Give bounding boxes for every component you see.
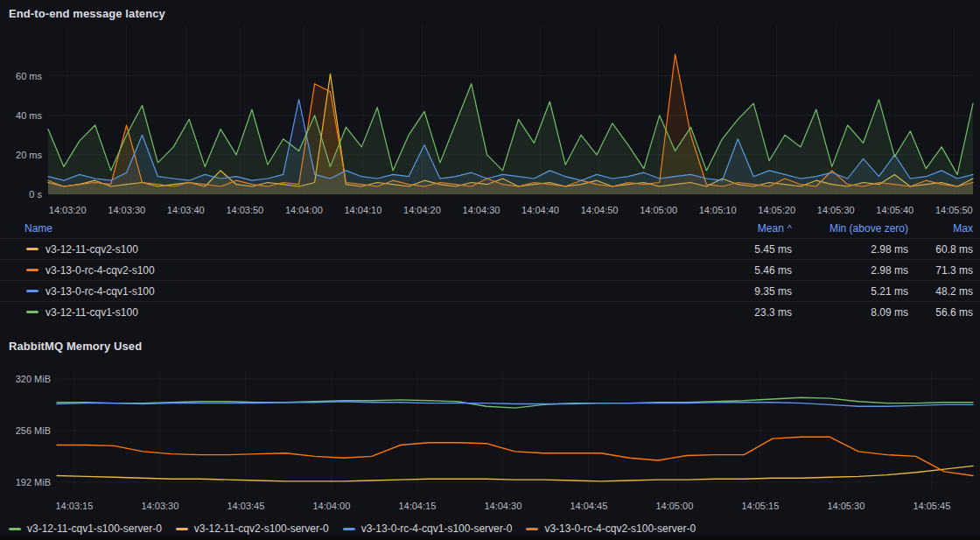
- min-value: 2.98 ms: [792, 243, 908, 256]
- x-axis-tick-label: 14:04:40: [513, 204, 569, 216]
- x-axis-tick-label: 14:03:50: [217, 204, 273, 216]
- latency-legend-table: Name Mean^ Min (above zero) Max v3-12-11…: [0, 219, 980, 322]
- x-axis-tick-label: 14:04:20: [394, 204, 450, 216]
- legend-item[interactable]: v3-13-0-rc-4-cqv1-s100-server-0: [343, 522, 513, 535]
- memory-legend: v3-12-11-cqv1-s100-server-0v3-12-11-cqv2…: [9, 522, 696, 535]
- window-bottom-edge: [0, 535, 980, 540]
- x-axis-tick-label: 14:05:40: [867, 204, 923, 216]
- x-axis-tick-label: 14:04:15: [389, 500, 445, 512]
- series-name-cell[interactable]: v3-13-0-rc-4-cqv2-s100: [26, 264, 661, 277]
- table-header-row: Name Mean^ Min (above zero) Max: [0, 219, 980, 238]
- y-axis-tick-label: 0 s: [0, 188, 42, 200]
- min-value: 5.21 ms: [792, 285, 908, 298]
- mean-value: 5.46 ms: [661, 264, 792, 277]
- legend-series-name: v3-12-11-cqv1-s100-server-0: [27, 522, 162, 535]
- x-axis-tick-label: 14:05:00: [631, 204, 687, 216]
- table-row: v3-13-0-rc-4-cqv1-s1009.35 ms5.21 ms48.2…: [0, 280, 980, 301]
- series-color-icon: [26, 311, 38, 313]
- panel-title[interactable]: End-to-end message latency: [9, 7, 165, 20]
- latency-plot-area[interactable]: [48, 25, 973, 194]
- max-value: 48.2 ms: [908, 285, 973, 298]
- x-axis-tick-label: 14:04:45: [561, 500, 617, 512]
- legend-item[interactable]: v3-13-0-rc-4-cqv2-s100-server-0: [526, 522, 696, 535]
- series-name: v3-12-11-cqv1-s100: [46, 306, 138, 319]
- x-axis-tick-label: 14:04:50: [571, 204, 627, 216]
- column-header-max[interactable]: Max: [908, 222, 973, 235]
- series-line: [57, 437, 973, 475]
- x-axis-tick-label: 14:04:30: [453, 204, 509, 216]
- x-axis-tick-label: 14:05:30: [808, 204, 864, 216]
- latency-table-body: v3-12-11-cqv2-s1005.45 ms2.98 ms60.8 msv…: [0, 238, 980, 322]
- panel-title[interactable]: RabbitMQ Memory Used: [9, 340, 142, 353]
- series-name-cell[interactable]: v3-12-11-cqv1-s100: [26, 306, 661, 319]
- x-axis-tick-label: 14:03:20: [39, 204, 95, 216]
- legend-item[interactable]: v3-12-11-cqv2-s100-server-0: [176, 522, 329, 535]
- max-value: 56.6 ms: [908, 306, 973, 319]
- series-color-icon: [176, 528, 188, 530]
- memory-plot-area[interactable]: [57, 368, 973, 491]
- grid-lines: [57, 368, 973, 491]
- x-axis-tick-label: 14:04:00: [276, 204, 332, 216]
- x-axis-tick-label: 14:05:10: [690, 204, 746, 216]
- table-row: v3-12-11-cqv1-s10023.3 ms8.09 ms56.6 ms: [0, 301, 980, 322]
- legend-item[interactable]: v3-12-11-cqv1-s100-server-0: [9, 522, 162, 535]
- x-axis-tick-label: 14:04:10: [335, 204, 391, 216]
- series-name-cell[interactable]: v3-13-0-rc-4-cqv1-s100: [26, 285, 661, 298]
- x-axis-tick-label: 14:05:30: [818, 500, 874, 512]
- y-axis-tick-label: 256 MiB: [0, 424, 51, 437]
- series-color-icon: [9, 528, 21, 530]
- table-row: v3-13-0-rc-4-cqv2-s1005.46 ms2.98 ms71.3…: [0, 259, 980, 280]
- series-color-icon: [26, 269, 38, 271]
- max-value: 71.3 ms: [908, 264, 973, 277]
- legend-series-name: v3-12-11-cqv2-s100-server-0: [194, 522, 329, 535]
- mean-value: 5.45 ms: [661, 243, 792, 256]
- mean-value: 9.35 ms: [661, 285, 792, 298]
- y-axis-tick-label: 40 ms: [0, 109, 42, 122]
- series-color-icon: [343, 528, 355, 530]
- y-axis-tick-label: 20 ms: [0, 149, 42, 161]
- series-name: v3-12-11-cqv2-s100: [46, 243, 138, 256]
- x-axis-tick-label: 14:03:45: [218, 500, 274, 512]
- min-value: 2.98 ms: [792, 264, 908, 277]
- x-axis-tick-label: 14:05:45: [904, 500, 960, 512]
- series-color-icon: [26, 290, 38, 292]
- series-color-icon: [26, 248, 38, 250]
- series-name: v3-13-0-rc-4-cqv2-s100: [46, 264, 155, 277]
- legend-series-name: v3-13-0-rc-4-cqv2-s100-server-0: [544, 522, 696, 535]
- x-axis-tick-label: 14:05:15: [732, 500, 788, 512]
- legend-series-name: v3-13-0-rc-4-cqv1-s100-server-0: [361, 522, 513, 535]
- series-area: [48, 84, 973, 194]
- series-name: v3-13-0-rc-4-cqv1-s100: [46, 285, 155, 298]
- column-header-min[interactable]: Min (above zero): [792, 222, 908, 235]
- min-value: 8.09 ms: [792, 306, 908, 319]
- x-axis-tick-label: 14:03:15: [46, 500, 102, 512]
- mean-value: 23.3 ms: [661, 306, 792, 319]
- x-axis-tick-label: 14:03:30: [99, 204, 155, 216]
- max-value: 60.8 ms: [908, 243, 973, 256]
- x-axis-tick-label: 14:03:40: [158, 204, 214, 216]
- table-row: v3-12-11-cqv2-s1005.45 ms2.98 ms60.8 ms: [0, 238, 980, 259]
- x-axis-tick-label: 14:05:50: [926, 204, 980, 216]
- x-axis-tick-label: 14:05:00: [647, 500, 703, 512]
- y-axis-tick-label: 192 MiB: [0, 476, 51, 488]
- y-axis-tick-label: 60 ms: [0, 70, 42, 82]
- x-axis-tick-label: 14:04:00: [304, 500, 360, 512]
- column-header-mean[interactable]: Mean^: [661, 222, 792, 235]
- column-header-name[interactable]: Name: [24, 222, 661, 235]
- x-axis-tick-label: 14:03:30: [132, 500, 188, 512]
- series-name-cell[interactable]: v3-12-11-cqv2-s100: [26, 243, 661, 256]
- y-axis-tick-label: 320 MiB: [0, 373, 51, 385]
- column-header-mean-label: Mean: [758, 222, 784, 235]
- series-color-icon: [526, 528, 538, 530]
- x-axis-tick-label: 14:05:20: [749, 204, 805, 216]
- x-axis-tick-label: 14:04:30: [475, 500, 531, 512]
- series-line: [57, 466, 973, 481]
